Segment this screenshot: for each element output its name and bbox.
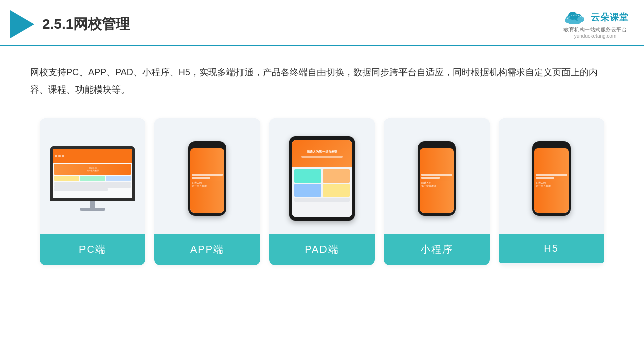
page-title: 2.5.1网校管理 — [42, 15, 130, 34]
cards-container: 职通人的第一堂兴趣课 — [0, 108, 644, 276]
miniapp-image-area: 职通人的第一堂兴趣课 推荐课程 — [384, 118, 490, 234]
cloud-icon — [561, 9, 588, 25]
pad-image-area: 职通人的第一堂兴趣课 — [269, 118, 375, 234]
pad-tablet: 职通人的第一堂兴趣课 — [289, 136, 355, 221]
pc-label: PC端 — [40, 234, 145, 265]
card-pc: 职通人的第一堂兴趣课 — [40, 118, 145, 265]
logo-text: 云朵课堂 — [591, 11, 629, 23]
logo-area: 云朵课堂 教育机构一站式服务云平台 yunduoketang.com — [561, 9, 629, 39]
app-phone: 职通人的第一堂兴趣课 — [188, 141, 226, 216]
pc-image-area: 职通人的第一堂兴趣课 — [40, 118, 145, 234]
h5-notch — [544, 144, 558, 147]
pc-monitor: 职通人的第一堂兴趣课 — [50, 146, 135, 211]
miniapp-phone: 职通人的第一堂兴趣课 推荐课程 — [418, 141, 456, 216]
header: 2.5.1网校管理 云朵课堂 教育机构一站式服务云平台 yunduoketang… — [0, 0, 644, 46]
card-miniapp: 职通人的第一堂兴趣课 推荐课程 小程序 — [384, 118, 490, 265]
h5-label: H5 — [499, 234, 604, 263]
logo-cloud: 云朵课堂 — [561, 9, 629, 25]
monitor-screen: 职通人的第一堂兴趣课 — [53, 149, 132, 198]
card-app: 职通人的第一堂兴趣课 APP端 — [154, 118, 260, 265]
logo-tagline: 教育机构一站式服务云平台 — [564, 26, 627, 33]
play-icon — [10, 10, 34, 38]
pad-label: PAD端 — [269, 234, 375, 265]
app-label: APP端 — [154, 234, 260, 265]
app-screen: 职通人的第一堂兴趣课 — [190, 148, 224, 213]
logo-url: yunduoketang.com — [574, 33, 617, 39]
miniapp-screen: 职通人的第一堂兴趣课 推荐课程 — [420, 148, 454, 213]
card-h5: 职通人的第一堂兴趣课 H5页面 H5 — [499, 118, 604, 265]
h5-phone: 职通人的第一堂兴趣课 H5页面 — [532, 141, 571, 216]
miniapp-notch — [430, 144, 444, 147]
card-pad: 职通人的第一堂兴趣课 PAD端 — [269, 118, 375, 265]
h5-screen: 职通人的第一堂兴趣课 H5页面 — [534, 148, 569, 213]
app-image-area: 职通人的第一堂兴趣课 — [154, 118, 260, 234]
header-left: 2.5.1网校管理 — [10, 10, 130, 38]
monitor-frame: 职通人的第一堂兴趣课 — [50, 146, 135, 201]
description-text: 网校支持PC、APP、PAD、小程序、H5，实现多端打通，产品各终端自由切换，数… — [0, 46, 644, 108]
phone-notch — [200, 144, 214, 147]
h5-image-area: 职通人的第一堂兴趣课 H5页面 — [499, 118, 604, 234]
pad-screen: 职通人的第一堂兴趣课 — [292, 140, 352, 217]
miniapp-label: 小程序 — [384, 234, 490, 265]
